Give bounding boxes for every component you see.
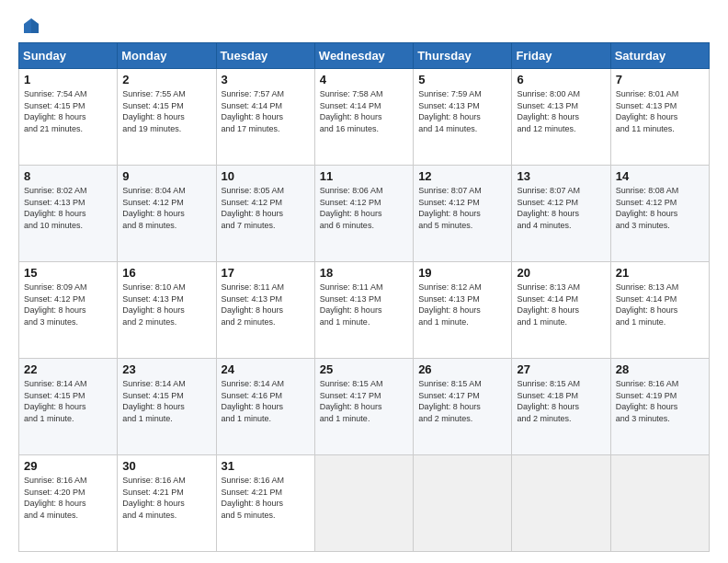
calendar-cell: 4Sunrise: 7:58 AM Sunset: 4:14 PM Daylig… [314,69,413,166]
day-number: 22 [24,362,112,376]
day-number: 4 [320,73,408,86]
day-number: 23 [122,362,210,376]
page: SundayMondayTuesdayWednesdayThursdayFrid… [0,0,728,563]
calendar-cell [414,455,512,552]
cell-info: Sunrise: 7:57 AM Sunset: 4:14 PM Dayligh… [222,88,310,134]
cell-info: Sunrise: 8:11 AM Sunset: 4:13 PM Dayligh… [320,282,408,327]
day-number: 19 [418,266,506,280]
cell-info: Sunrise: 8:15 AM Sunset: 4:18 PM Dayligh… [517,378,605,424]
day-of-week-sunday: Sunday [19,43,118,69]
calendar-cell: 13Sunrise: 8:07 AM Sunset: 4:12 PM Dayli… [512,166,610,262]
day-number: 27 [517,362,605,376]
day-number: 7 [616,73,704,86]
calendar-cell: 7Sunrise: 8:01 AM Sunset: 4:13 PM Daylig… [610,69,709,166]
cell-info: Sunrise: 8:08 AM Sunset: 4:12 PM Dayligh… [616,185,704,231]
cell-info: Sunrise: 8:00 AM Sunset: 4:13 PM Dayligh… [517,88,605,134]
day-of-week-tuesday: Tuesday [216,43,314,69]
calendar-cell [512,455,610,552]
cell-info: Sunrise: 8:13 AM Sunset: 4:14 PM Dayligh… [517,282,605,327]
logo [18,17,40,33]
cell-info: Sunrise: 8:05 AM Sunset: 4:12 PM Dayligh… [222,185,310,231]
calendar-cell: 21Sunrise: 8:13 AM Sunset: 4:14 PM Dayli… [610,262,709,359]
calendar-cell: 19Sunrise: 8:12 AM Sunset: 4:13 PM Dayli… [414,262,512,359]
calendar-cell: 3Sunrise: 7:57 AM Sunset: 4:14 PM Daylig… [216,69,314,166]
day-number: 12 [418,169,506,183]
cell-info: Sunrise: 8:01 AM Sunset: 4:13 PM Dayligh… [616,88,704,134]
day-number: 9 [122,169,210,183]
calendar-week-2: 8Sunrise: 8:02 AM Sunset: 4:13 PM Daylig… [19,166,710,262]
day-number: 21 [616,266,704,280]
day-number: 10 [222,169,310,183]
cell-info: Sunrise: 8:14 AM Sunset: 4:15 PM Dayligh… [24,378,112,424]
day-number: 16 [122,266,210,280]
calendar-cell: 24Sunrise: 8:14 AM Sunset: 4:16 PM Dayli… [216,359,314,455]
calendar-cell: 1Sunrise: 7:54 AM Sunset: 4:15 PM Daylig… [19,69,118,166]
calendar-cell: 18Sunrise: 8:11 AM Sunset: 4:13 PM Dayli… [314,262,413,359]
calendar-cell: 23Sunrise: 8:14 AM Sunset: 4:15 PM Dayli… [118,359,216,455]
calendar-cell: 6Sunrise: 8:00 AM Sunset: 4:13 PM Daylig… [512,69,610,166]
calendar-cell: 25Sunrise: 8:15 AM Sunset: 4:17 PM Dayli… [314,359,413,455]
calendar-week-5: 29Sunrise: 8:16 AM Sunset: 4:20 PM Dayli… [19,455,710,552]
day-number: 28 [616,362,704,376]
calendar-table: SundayMondayTuesdayWednesdayThursdayFrid… [18,42,710,552]
calendar-cell: 17Sunrise: 8:11 AM Sunset: 4:13 PM Dayli… [216,262,314,359]
day-number: 5 [418,73,506,86]
cell-info: Sunrise: 8:14 AM Sunset: 4:15 PM Dayligh… [122,378,210,424]
calendar-cell: 10Sunrise: 8:05 AM Sunset: 4:12 PM Dayli… [216,166,314,262]
calendar-cell: 27Sunrise: 8:15 AM Sunset: 4:18 PM Dayli… [512,359,610,455]
calendar-cell: 2Sunrise: 7:55 AM Sunset: 4:15 PM Daylig… [118,69,216,166]
calendar-cell: 12Sunrise: 8:07 AM Sunset: 4:12 PM Dayli… [414,166,512,262]
calendar-cell: 20Sunrise: 8:13 AM Sunset: 4:14 PM Dayli… [512,262,610,359]
day-of-week-thursday: Thursday [414,43,512,69]
cell-info: Sunrise: 8:06 AM Sunset: 4:12 PM Dayligh… [320,185,408,231]
cell-info: Sunrise: 8:04 AM Sunset: 4:12 PM Dayligh… [122,185,210,231]
day-number: 14 [616,169,704,183]
calendar-cell: 8Sunrise: 8:02 AM Sunset: 4:13 PM Daylig… [19,166,118,262]
cell-info: Sunrise: 8:07 AM Sunset: 4:12 PM Dayligh… [418,185,506,231]
calendar-header-row: SundayMondayTuesdayWednesdayThursdayFrid… [19,43,710,69]
day-of-week-wednesday: Wednesday [314,43,413,69]
day-number: 11 [320,169,408,183]
cell-info: Sunrise: 8:11 AM Sunset: 4:13 PM Dayligh… [222,282,310,327]
calendar-cell: 29Sunrise: 8:16 AM Sunset: 4:20 PM Dayli… [19,455,118,552]
logo-icon [20,17,40,37]
calendar-week-1: 1Sunrise: 7:54 AM Sunset: 4:15 PM Daylig… [19,69,710,166]
cell-info: Sunrise: 8:16 AM Sunset: 4:21 PM Dayligh… [222,475,310,521]
day-number: 6 [517,73,605,86]
cell-info: Sunrise: 7:54 AM Sunset: 4:15 PM Dayligh… [24,88,112,134]
cell-info: Sunrise: 8:09 AM Sunset: 4:12 PM Dayligh… [24,282,112,327]
calendar-cell: 28Sunrise: 8:16 AM Sunset: 4:19 PM Dayli… [610,359,709,455]
cell-info: Sunrise: 8:14 AM Sunset: 4:16 PM Dayligh… [222,378,310,424]
day-number: 8 [24,169,112,183]
calendar-cell: 15Sunrise: 8:09 AM Sunset: 4:12 PM Dayli… [19,262,118,359]
cell-info: Sunrise: 8:16 AM Sunset: 4:21 PM Dayligh… [122,475,210,521]
day-number: 1 [24,73,112,86]
calendar-cell: 31Sunrise: 8:16 AM Sunset: 4:21 PM Dayli… [216,455,314,552]
day-number: 17 [222,266,310,280]
cell-info: Sunrise: 8:12 AM Sunset: 4:13 PM Dayligh… [418,282,506,327]
calendar-cell: 26Sunrise: 8:15 AM Sunset: 4:17 PM Dayli… [414,359,512,455]
day-of-week-saturday: Saturday [610,43,709,69]
day-number: 29 [24,459,112,473]
cell-info: Sunrise: 8:13 AM Sunset: 4:14 PM Dayligh… [616,282,704,327]
calendar-cell [610,455,709,552]
day-number: 15 [24,266,112,280]
calendar-cell: 30Sunrise: 8:16 AM Sunset: 4:21 PM Dayli… [118,455,216,552]
header [18,17,710,33]
cell-info: Sunrise: 7:59 AM Sunset: 4:13 PM Dayligh… [418,88,506,134]
day-number: 25 [320,362,408,376]
day-number: 24 [222,362,310,376]
calendar-cell: 11Sunrise: 8:06 AM Sunset: 4:12 PM Dayli… [314,166,413,262]
calendar-cell: 9Sunrise: 8:04 AM Sunset: 4:12 PM Daylig… [118,166,216,262]
calendar-week-4: 22Sunrise: 8:14 AM Sunset: 4:15 PM Dayli… [19,359,710,455]
cell-info: Sunrise: 7:55 AM Sunset: 4:15 PM Dayligh… [122,88,210,134]
cell-info: Sunrise: 8:16 AM Sunset: 4:20 PM Dayligh… [24,475,112,521]
day-number: 13 [517,169,605,183]
day-number: 26 [418,362,506,376]
day-number: 3 [222,73,310,86]
cell-info: Sunrise: 8:10 AM Sunset: 4:13 PM Dayligh… [122,282,210,327]
day-number: 2 [122,73,210,86]
day-number: 31 [222,459,310,473]
calendar-cell: 22Sunrise: 8:14 AM Sunset: 4:15 PM Dayli… [19,359,118,455]
svg-marker-1 [31,18,39,33]
